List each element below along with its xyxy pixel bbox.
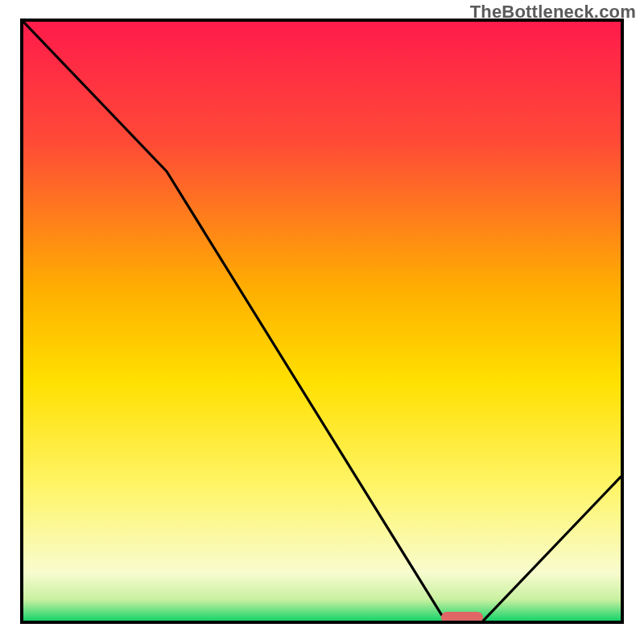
gradient-background [23, 22, 621, 621]
chart-frame [20, 19, 624, 624]
chart-stage: TheBottleneck.com [0, 0, 644, 644]
watermark-text: TheBottleneck.com [470, 2, 636, 23]
optimal-marker [441, 612, 483, 623]
chart-canvas [23, 22, 621, 621]
